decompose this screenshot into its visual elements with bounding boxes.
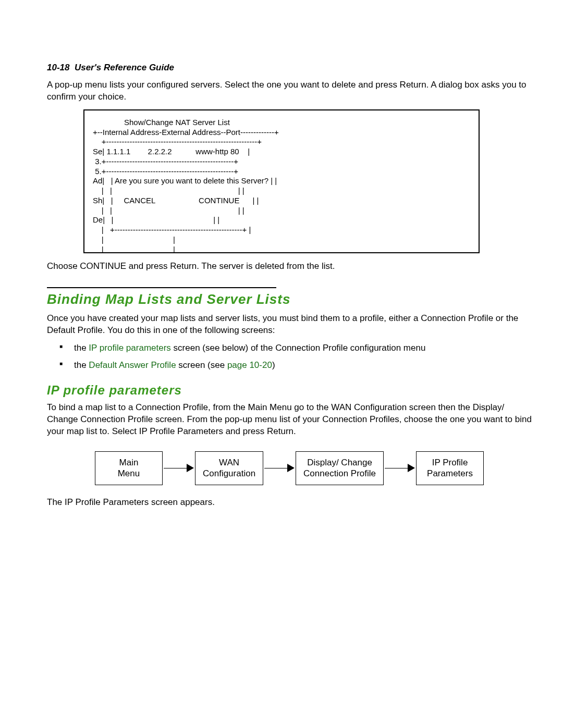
flow-box-main-menu: Main Menu [95, 451, 163, 485]
link-page-ref[interactable]: page 10-20 [227, 360, 272, 370]
bullet-text: ) [272, 360, 275, 370]
link-default-answer-profile[interactable]: Default Answer Profile [89, 360, 176, 370]
arrow-icon [385, 464, 415, 472]
closing-paragraph: The IP Profile Parameters screen appears… [47, 497, 532, 509]
bullet-text: screen (see [176, 360, 227, 370]
flow-label: IP Profile Parameters [427, 458, 473, 478]
arrow-icon [164, 464, 194, 472]
section1-para: Once you have created your map lists and… [47, 313, 532, 337]
bullet-item: the IP profile parameters screen (see be… [59, 342, 532, 354]
bullet-text: screen (see below) of the Connection Pro… [171, 343, 426, 353]
terminal-line: De| | | | [93, 215, 219, 224]
terminal-line: | +-------------------------------------… [93, 225, 251, 234]
terminal-line: | | | | [93, 186, 244, 195]
bullet-text: the [74, 360, 89, 370]
flow-label: Display/ Change Connection Profile [303, 458, 376, 478]
guide-title: User's Reference Guide [75, 63, 174, 72]
flow-box-ip-profile-params: IP Profile Parameters [416, 451, 484, 485]
terminal-line: Ad| | Are you sure you want to delete th… [93, 176, 277, 185]
page-header: 10-18 User's Reference Guide [47, 63, 532, 73]
terminal-screenshot: Show/Change NAT Server List+--Internal A… [83, 109, 480, 253]
section-heading-binding: Binding Map Lists and Server Lists [47, 291, 532, 307]
terminal-line: Se| 1.1.1.1 2.2.2.2 www-http 80 | [93, 147, 250, 156]
section-divider [47, 287, 276, 288]
terminal-box: Show/Change NAT Server List+--Internal A… [83, 109, 480, 253]
page: 10-18 User's Reference Guide A pop-up me… [0, 0, 563, 545]
bullet-list: the IP profile parameters screen (see be… [59, 342, 532, 372]
terminal-line: 5.+-------------------------------------… [93, 167, 238, 176]
after-terminal-paragraph: Choose CONTINUE and press Return. The se… [47, 261, 532, 273]
flow-label: Main Menu [118, 458, 140, 478]
flow-box-wan-config: WAN Configuration [195, 451, 263, 485]
section2-para: To bind a map list to a Connection Profi… [47, 402, 532, 438]
terminal-line: | | [93, 245, 175, 253]
terminal-line: 3.+-------------------------------------… [93, 157, 238, 166]
intro-paragraph: A pop-up menu lists your configured serv… [47, 79, 532, 103]
bullet-item: the Default Answer Profile screen (see p… [59, 359, 532, 372]
flow-label: WAN Configuration [203, 458, 255, 478]
terminal-line: | | | | [93, 206, 244, 215]
bullet-text: the [74, 343, 89, 353]
page-number: 10-18 [47, 63, 69, 72]
section-heading-ip-profile: IP profile parameters [47, 383, 532, 398]
arrow-icon [264, 464, 295, 472]
terminal-line: +---------------------------------------… [93, 137, 262, 146]
flow-box-display-change: Display/ Change Connection Profile [296, 451, 384, 485]
terminal-title: Show/Change NAT Server List [93, 118, 470, 128]
link-ip-profile-params[interactable]: IP profile parameters [89, 343, 170, 353]
navigation-flow-diagram: Main Menu WAN Configuration Display/ Cha… [47, 451, 532, 485]
terminal-line: Sh| | CANCEL CONTINUE | | [93, 196, 259, 205]
terminal-line: +--Internal Address-External Address--Po… [93, 128, 279, 137]
terminal-line: | | [93, 235, 175, 244]
